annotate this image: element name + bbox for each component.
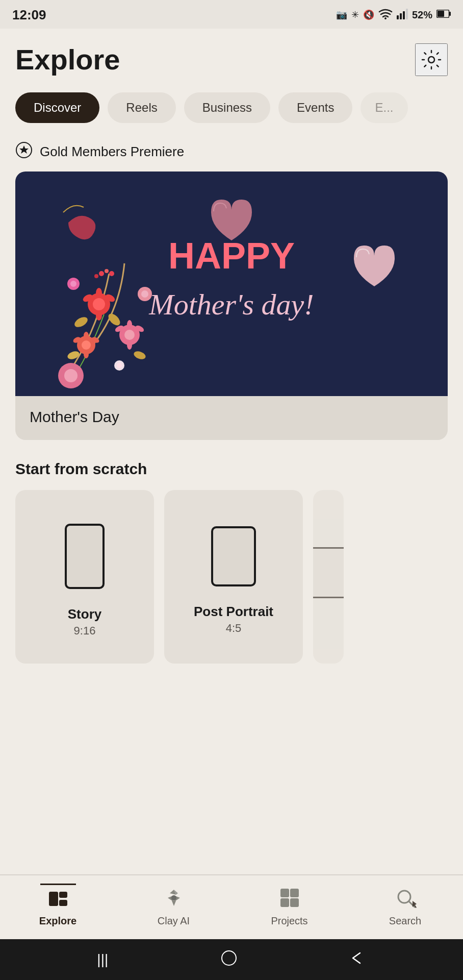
svg-rect-7 bbox=[438, 11, 444, 17]
story-icon bbox=[62, 521, 108, 594]
gear-icon bbox=[420, 48, 443, 71]
svg-rect-3 bbox=[403, 11, 405, 19]
android-menu-btn[interactable]: ||| bbox=[97, 951, 108, 968]
svg-point-38 bbox=[117, 363, 122, 368]
svg-point-42 bbox=[94, 274, 98, 278]
main-content: Explore Discover Reels Business Events E… bbox=[0, 29, 463, 874]
svg-point-8 bbox=[428, 57, 434, 63]
svg-rect-1 bbox=[397, 15, 399, 19]
svg-point-24 bbox=[82, 340, 91, 350]
nav-item-explore[interactable]: Explore bbox=[0, 885, 116, 927]
status-icons: 📷 ✳ 🔇 52% bbox=[336, 8, 451, 22]
search-icon bbox=[392, 885, 419, 911]
svg-rect-49 bbox=[49, 892, 58, 906]
category-tabs: Discover Reels Business Events E... bbox=[15, 92, 448, 123]
svg-point-41 bbox=[109, 271, 114, 276]
projects-nav-label: Projects bbox=[271, 915, 307, 927]
svg-rect-55 bbox=[280, 898, 289, 907]
gold-members-section: Gold Members Premiere bbox=[15, 141, 448, 440]
svg-rect-48 bbox=[212, 527, 255, 585]
nav-item-search[interactable]: Search bbox=[347, 885, 463, 927]
svg-text:Mother's day!: Mother's day! bbox=[148, 288, 314, 321]
featured-card-image: HAPPY Mother's day! bbox=[15, 172, 448, 396]
mothers-day-illustration: HAPPY Mother's day! bbox=[15, 172, 448, 396]
status-bar: 12:09 📷 ✳ 🔇 52% bbox=[0, 0, 463, 29]
post-portrait-card-name: Post Portrait bbox=[194, 604, 273, 620]
nav-item-clay-ai[interactable]: Clay AI bbox=[116, 885, 232, 927]
scratch-cards: Story 9:16 Post Portrait 4:5 bbox=[15, 490, 448, 664]
android-nav-bar: ||| bbox=[0, 939, 463, 980]
story-card-name: Story bbox=[68, 606, 101, 622]
tab-business[interactable]: Business bbox=[184, 92, 270, 123]
svg-point-12 bbox=[93, 298, 105, 310]
svg-point-44 bbox=[64, 369, 78, 382]
svg-point-28 bbox=[84, 350, 89, 358]
svg-point-59 bbox=[222, 951, 236, 965]
svg-rect-56 bbox=[290, 898, 299, 907]
svg-point-36 bbox=[70, 281, 76, 287]
svg-point-39 bbox=[99, 271, 104, 276]
svg-point-40 bbox=[105, 269, 109, 273]
scratch-card-post-portrait[interactable]: Post Portrait 4:5 bbox=[164, 490, 303, 664]
svg-rect-10 bbox=[58, 172, 405, 396]
svg-rect-47 bbox=[66, 525, 104, 588]
search-nav-label: Search bbox=[389, 915, 421, 927]
post-portrait-icon bbox=[208, 523, 259, 592]
svg-rect-51 bbox=[59, 900, 67, 906]
explore-icon bbox=[45, 885, 71, 911]
scratch-section: Start from scratch Story 9:16 bbox=[15, 460, 448, 664]
bluetooth-icon: ✳ bbox=[351, 9, 359, 20]
tab-discover[interactable]: Discover bbox=[15, 92, 99, 123]
svg-rect-53 bbox=[280, 889, 289, 897]
svg-point-16 bbox=[96, 310, 102, 321]
featured-card[interactable]: HAPPY Mother's day! Mother's Day bbox=[15, 172, 448, 440]
page-title: Explore bbox=[15, 43, 120, 76]
tab-extra[interactable]: E... bbox=[361, 92, 407, 123]
gold-members-text: Gold Members Premiere bbox=[40, 144, 184, 160]
mute-icon: 🔇 bbox=[363, 9, 374, 20]
svg-point-27 bbox=[84, 332, 89, 340]
android-home-btn[interactable] bbox=[221, 950, 237, 970]
clay-ai-nav-label: Clay AI bbox=[158, 915, 190, 927]
tab-reels[interactable]: Reels bbox=[108, 92, 175, 123]
extra-card-icon bbox=[313, 547, 344, 598]
gold-star-icon bbox=[15, 141, 33, 162]
scratch-card-extra[interactable] bbox=[313, 490, 344, 664]
wifi-icon bbox=[378, 8, 393, 22]
svg-point-52 bbox=[171, 895, 176, 900]
post-portrait-card-ratio: 4:5 bbox=[226, 622, 242, 635]
nav-item-projects[interactable]: Projects bbox=[232, 885, 347, 927]
projects-icon bbox=[276, 885, 303, 911]
camera-icon: 📷 bbox=[336, 9, 347, 20]
clay-ai-icon bbox=[161, 885, 187, 911]
story-card-ratio: 9:16 bbox=[74, 624, 96, 638]
battery-percent: 52% bbox=[412, 9, 432, 21]
svg-point-22 bbox=[127, 340, 132, 350]
bottom-nav: Explore Clay AI Projects bbox=[0, 874, 463, 939]
svg-point-34 bbox=[141, 290, 148, 298]
svg-rect-2 bbox=[400, 13, 402, 19]
battery-icon bbox=[436, 10, 451, 20]
header: Explore bbox=[15, 43, 448, 76]
gold-members-label: Gold Members Premiere bbox=[15, 141, 448, 162]
android-back-btn[interactable] bbox=[350, 951, 366, 968]
explore-active-indicator bbox=[40, 884, 76, 885]
svg-point-21 bbox=[127, 320, 132, 329]
svg-rect-6 bbox=[449, 12, 451, 16]
explore-nav-label: Explore bbox=[39, 915, 76, 927]
svg-point-15 bbox=[96, 288, 102, 298]
svg-rect-54 bbox=[290, 889, 299, 897]
featured-card-title: Mother's Day bbox=[15, 396, 448, 440]
svg-point-0 bbox=[384, 17, 387, 19]
svg-rect-4 bbox=[406, 9, 408, 19]
tab-events[interactable]: Events bbox=[278, 92, 352, 123]
scratch-card-story[interactable]: Story 9:16 bbox=[15, 490, 154, 664]
status-time: 12:09 bbox=[12, 7, 46, 23]
signal-icon bbox=[397, 8, 408, 22]
svg-rect-50 bbox=[59, 892, 67, 898]
svg-text:HAPPY: HAPPY bbox=[168, 235, 295, 276]
svg-point-18 bbox=[124, 330, 135, 340]
settings-button[interactable] bbox=[415, 43, 448, 76]
scratch-section-title: Start from scratch bbox=[15, 460, 448, 478]
